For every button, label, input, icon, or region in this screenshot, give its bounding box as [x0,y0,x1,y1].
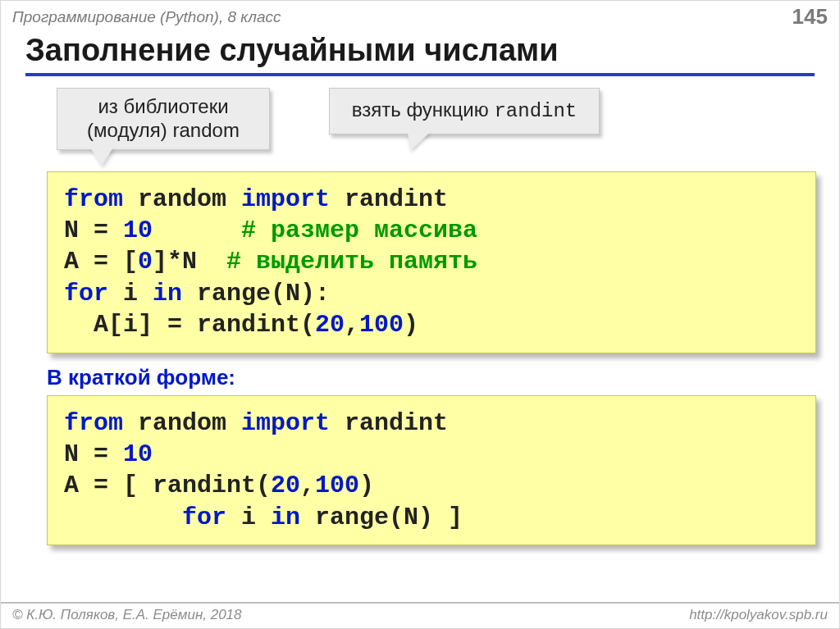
top-bar: Программирование (Python), 8 класс 145 [1,1,839,31]
tk: randint [330,409,448,437]
tk: range(N) ] [300,504,463,531]
tk: N = [64,440,123,468]
callout-function: взять функцию randint [329,88,600,134]
subheading: В краткой форме: [47,365,839,390]
num: 0 [138,248,153,276]
num: 10 [123,440,153,468]
page-title: Заполнение случайными числами [25,33,815,76]
kw: from [64,409,123,437]
callout-line: из библиотеки [72,95,254,119]
code-block-short: from random import randint N = 10 A = [ … [47,395,816,546]
footer: © К.Ю. Поляков, Е.А. Ерёмин, 2018 http:/… [1,602,839,628]
course-label: Программирование (Python), 8 класс [12,8,281,26]
callout-tail-icon [90,148,113,166]
comment: # размер массива [241,217,477,244]
callout-mono: randint [494,100,577,122]
tk: , [300,472,315,499]
footer-copyright: © К.Ю. Поляков, Е.А. Ерёмин, 2018 [12,607,242,623]
tk [64,504,182,531]
callouts-row: из библиотеки (модуля) random взять функ… [57,88,839,150]
tk: random [123,409,241,437]
tk: A = [ [64,248,138,276]
tk: A[i] = randint( [64,311,315,339]
page-number: 145 [792,4,828,30]
callout-line: (модуля) random [72,119,254,143]
tk: N = [64,217,123,244]
slide: Программирование (Python), 8 класс 145 З… [0,0,840,629]
tk: ]*N [153,248,226,276]
kw: for [182,504,226,531]
kw: from [64,185,123,213]
code-block-full: from random import randint N = 10 # разм… [47,171,816,353]
kw: for [64,280,108,308]
tk: i [226,504,271,531]
comment: # выделить память [226,248,477,276]
tk: A = [ randint( [64,472,271,499]
kw: import [241,409,330,437]
tk: range(N): [182,280,330,308]
callout-text: взять функцию [352,98,495,121]
tk: i [108,280,153,308]
callout-tail-icon [400,132,431,150]
kw: in [153,280,182,308]
num: 10 [123,217,153,244]
tk [153,217,241,244]
num: 100 [315,472,359,499]
kw: in [271,504,300,531]
title-wrap: Заполнение случайными числами [1,33,839,76]
tk: random [123,185,241,213]
tk: , [345,311,359,339]
tk: ) [404,311,418,339]
num: 20 [271,472,300,499]
callout-library: из библиотеки (модуля) random [57,88,270,150]
num: 100 [359,311,404,339]
kw: import [241,185,330,213]
tk: ) [359,472,389,499]
num: 20 [315,311,345,339]
footer-url: http://kpolyakov.spb.ru [689,607,828,623]
tk: randint [330,185,448,213]
